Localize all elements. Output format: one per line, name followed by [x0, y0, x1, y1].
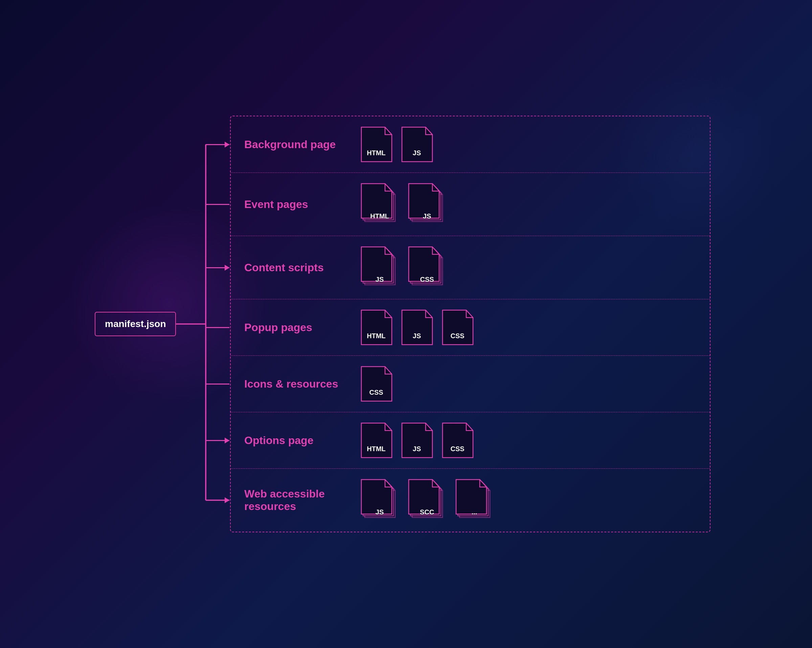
svg-marker-10 [224, 438, 229, 444]
files-group-content-scripts: JS CSS [359, 245, 447, 290]
file-icon-css: CSS [441, 422, 474, 459]
files-group-popup-pages: HTML JS CSS [359, 309, 474, 346]
row-label-options-page: Options page [244, 434, 359, 447]
files-group-options-page: HTML JS CSS [359, 422, 474, 459]
right-panel: Background page HTML JSEvent pages HTML … [230, 116, 710, 532]
svg-marker-17 [224, 142, 229, 148]
file-icon-stack-js: JS [407, 182, 447, 226]
svg-marker-26 [224, 497, 229, 503]
row-label-web-accessible: Web accessibleresources [244, 488, 359, 513]
file-icon-js: JS [400, 422, 434, 459]
row-label-event-pages: Event pages [244, 198, 359, 211]
file-icon-stack-scc: SCC [407, 478, 447, 522]
file-icon-html: HTML [359, 309, 393, 346]
row-label-content-scripts: Content scripts [244, 261, 359, 274]
row-popup-pages: Popup pages HTML JS CSS [231, 299, 710, 356]
files-group-web-accessible: JS SCC ... [359, 478, 495, 522]
file-icon-js: JS [400, 126, 434, 163]
file-icon-stack-js: JS [359, 478, 400, 522]
file-icon-stack-css: CSS [407, 245, 447, 290]
row-event-pages: Event pages HTML JS [231, 173, 710, 236]
row-web-accessible: Web accessibleresources JS SCC ... [231, 469, 710, 532]
manifest-box: manifest.json [95, 312, 176, 336]
file-icon-css: CSS [359, 365, 393, 403]
row-content-scripts: Content scripts JS CSS [231, 236, 710, 299]
files-group-icons-resources: CSS [359, 365, 393, 403]
file-icon-html: HTML [359, 422, 393, 459]
file-icon-stack-...: ... [454, 478, 495, 522]
svg-marker-6 [224, 265, 229, 271]
row-label-background-page: Background page [244, 138, 359, 151]
svg-marker-12 [224, 497, 229, 503]
file-icon-stack-js: JS [359, 245, 400, 290]
row-background-page: Background page HTML JS [231, 116, 710, 173]
file-icon-js: JS [400, 309, 434, 346]
row-label-icons-resources: Icons & resources [244, 378, 359, 390]
files-group-event-pages: HTML JS [359, 182, 447, 226]
svg-marker-24 [224, 438, 229, 444]
file-icon-css: CSS [441, 309, 474, 346]
manifest-label: manifest.json [105, 319, 166, 329]
files-group-background-page: HTML JS [359, 126, 434, 163]
svg-marker-20 [224, 265, 229, 271]
svg-marker-3 [224, 142, 229, 148]
diagram-container: manifest.json Background page HTML JSEve… [68, 20, 744, 628]
row-label-popup-pages: Popup pages [244, 321, 359, 334]
row-icons-resources: Icons & resources CSS [231, 356, 710, 412]
file-icon-stack-html: HTML [359, 182, 400, 226]
row-options-page: Options page HTML JS CSS [231, 412, 710, 469]
file-icon-html: HTML [359, 126, 393, 163]
